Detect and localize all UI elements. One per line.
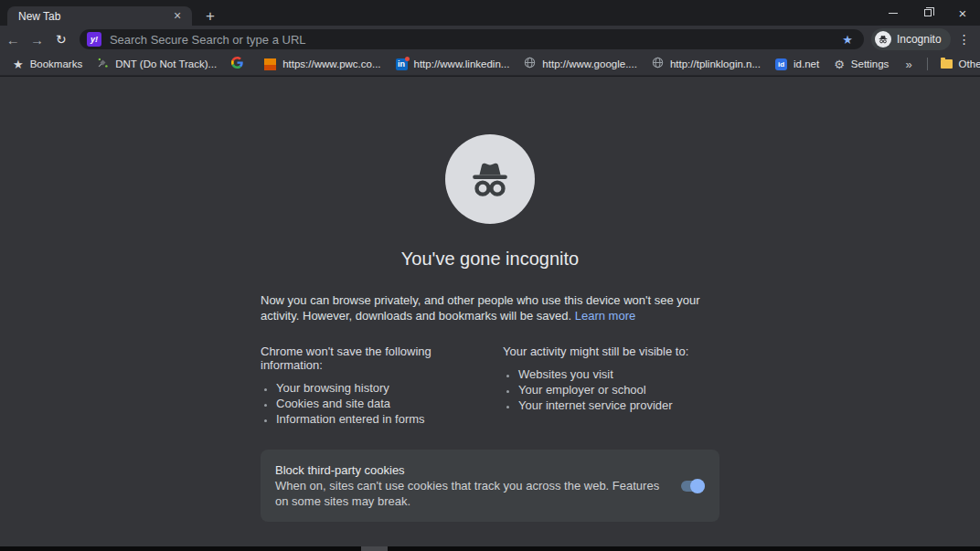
- pwc-favicon: [264, 58, 276, 70]
- wont-save-header: Chrome won't save the following informat…: [261, 344, 477, 372]
- intro-paragraph: Now you can browse privately, and other …: [261, 292, 719, 323]
- toggle-knob: [690, 479, 705, 493]
- bookmark-bookmarks[interactable]: ★ Bookmarks: [5, 55, 90, 73]
- incognito-ntp: You've gone incognito Now you can browse…: [0, 77, 980, 546]
- bookmarks-bar: ★ Bookmarks DNT (Do Not Track)... https:: [0, 53, 980, 76]
- cookie-card-description: When on, sites can't use cookies that tr…: [275, 478, 666, 509]
- secure-search-icon: y!: [87, 32, 101, 47]
- list-item: Your internet service provider: [518, 397, 719, 413]
- visible-to-header: Your activity might still be visible to:: [503, 344, 719, 358]
- incognito-profile-button[interactable]: Incognito: [871, 28, 951, 50]
- cookie-card-title: Block third-party cookies: [275, 462, 666, 478]
- forward-button[interactable]: →: [26, 27, 48, 51]
- bookmark-idnet[interactable]: id id.net: [768, 55, 826, 73]
- bookmark-settings[interactable]: ⚙ Settings: [826, 55, 896, 73]
- gear-icon: ⚙: [834, 58, 845, 71]
- back-button[interactable]: ←: [2, 27, 24, 51]
- bookmarks-bar-right: » Other bookmarks: [896, 55, 980, 73]
- list-item: Information entered in forms: [276, 411, 477, 427]
- list-item: Websites you visit: [518, 366, 719, 382]
- block-cookies-toggle[interactable]: [681, 481, 705, 492]
- idnet-icon: id: [775, 58, 787, 70]
- bottom-edge-notch: [361, 546, 388, 551]
- tab-strip: New Tab × + ×: [0, 0, 980, 26]
- dnt-icon: [97, 56, 109, 72]
- bookmark-tplink[interactable]: http://tplinklogin.n...: [644, 55, 768, 73]
- tab-close-icon[interactable]: ×: [170, 9, 185, 24]
- wont-save-column: Chrome won't save the following informat…: [261, 344, 477, 427]
- other-bookmarks-button[interactable]: Other bookmarks: [933, 55, 980, 73]
- bookmark-dnt[interactable]: DNT (Do Not Track)...: [90, 55, 224, 73]
- bookmark-google[interactable]: [224, 55, 257, 73]
- minimize-icon: [889, 13, 898, 14]
- restore-button[interactable]: [911, 0, 945, 26]
- minimize-button[interactable]: [876, 0, 911, 26]
- block-cookies-card: Block third-party cookies When on, sites…: [261, 450, 719, 522]
- incognito-logo-icon: [445, 134, 535, 224]
- tab-new-tab[interactable]: New Tab ×: [7, 6, 192, 26]
- list-item: Your employer or school: [518, 382, 719, 397]
- list-item: Your browsing history: [276, 380, 477, 396]
- restore-icon: [924, 9, 932, 16]
- bookmark-star-icon[interactable]: ★: [842, 33, 853, 47]
- address-bar[interactable]: y! Search Secure Search or type a URL ★: [80, 29, 864, 49]
- bookmark-pwc[interactable]: https://www.pwc.co...: [257, 55, 388, 73]
- bookmark-google-url[interactable]: http://www.google....: [517, 55, 644, 73]
- reload-button[interactable]: ↻: [50, 27, 72, 51]
- globe-icon: [524, 56, 536, 72]
- learn-more-link[interactable]: Learn more: [575, 309, 635, 323]
- info-columns: Chrome won't save the following informat…: [261, 344, 719, 427]
- new-tab-button[interactable]: +: [199, 5, 221, 27]
- tab-title: New Tab: [18, 10, 170, 23]
- visible-to-column: Your activity might still be visible to:…: [503, 344, 719, 427]
- window-controls: ×: [876, 0, 980, 26]
- star-icon: ★: [13, 58, 24, 71]
- bookmark-linkedin[interactable]: in http://www.linkedin...: [389, 55, 517, 73]
- list-item: Cookies and site data: [276, 396, 477, 411]
- profile-label: Incognito: [897, 33, 942, 46]
- toolbar: ← → ↻ y! Search Secure Search or type a …: [0, 26, 980, 53]
- close-window-button[interactable]: ×: [945, 0, 980, 26]
- folder-icon: [941, 59, 953, 69]
- bottom-edge: [0, 546, 980, 551]
- incognito-avatar-icon: [875, 31, 891, 48]
- bookmarks-divider: [927, 58, 928, 70]
- bookmarks-overflow-chevron[interactable]: »: [896, 58, 921, 71]
- linkedin-icon: in: [396, 58, 408, 70]
- page-title: You've gone incognito: [261, 249, 719, 270]
- menu-icon[interactable]: ⋮: [954, 28, 975, 50]
- address-placeholder: Search Secure Search or type a URL: [110, 33, 842, 47]
- globe-icon: [652, 56, 664, 72]
- google-g-icon: [231, 56, 243, 72]
